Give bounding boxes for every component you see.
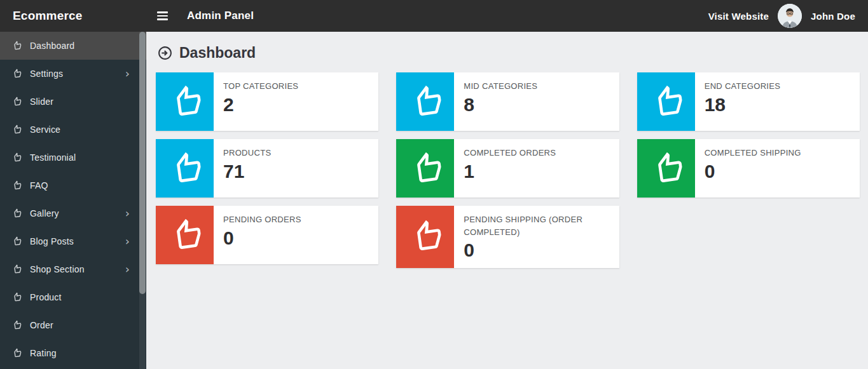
sidebar-item-product[interactable]: Product › xyxy=(0,283,146,311)
thumbs-up-icon xyxy=(11,69,22,79)
chevron-right-icon: › xyxy=(125,264,130,274)
user-photo-icon xyxy=(778,4,802,28)
arrow-circle-right-icon xyxy=(157,45,173,61)
stat-card: COMPLETED SHIPPING 0 xyxy=(637,139,860,198)
sidebar-item-label: Shop Section xyxy=(30,264,125,274)
stat-card: PENDING ORDERS 0 xyxy=(156,206,378,264)
thumbs-up-icon xyxy=(156,72,214,131)
stat-label: COMPLETED ORDERS xyxy=(464,147,609,159)
chevron-right-icon: › xyxy=(125,208,130,218)
stat-card-body: PRODUCTS 71 xyxy=(214,139,378,198)
thumbs-up-icon xyxy=(11,348,22,358)
sidebar-nav: Dashboard › Settings › Slider › Service … xyxy=(0,32,146,367)
stat-value: 1 xyxy=(464,161,609,183)
stat-value: 0 xyxy=(223,227,369,250)
stat-label: PENDING SHIPPING (ORDER COMPLETED) xyxy=(464,213,609,238)
sidebar-item-gallery[interactable]: Gallery › xyxy=(0,199,146,227)
thumbs-up-icon xyxy=(11,124,22,135)
sidebar-item-label: Testimonial xyxy=(30,152,130,163)
admin-panel-title: Admin Panel xyxy=(187,10,254,22)
thumbs-up-icon xyxy=(11,208,22,218)
sidebar-item-order[interactable]: Order › xyxy=(0,311,146,339)
stat-label: PENDING ORDERS xyxy=(223,213,369,226)
brand-logo[interactable]: Ecommerce xyxy=(0,9,146,23)
sidebar-item-blog-posts[interactable]: Blog Posts › xyxy=(0,227,146,255)
thumbs-up-icon xyxy=(11,180,22,191)
sidebar-item-rating[interactable]: Rating › xyxy=(0,339,146,367)
sidebar-item-testimonial[interactable]: Testimonial › xyxy=(0,144,146,171)
thumbs-up-icon xyxy=(156,206,214,264)
menu-toggle-button[interactable] xyxy=(154,8,171,24)
stat-value: 0 xyxy=(464,239,609,262)
thumbs-up-icon xyxy=(156,139,214,198)
stat-value: 2 xyxy=(223,94,369,116)
sidebar-item-label: Settings xyxy=(30,69,125,79)
stat-label: MID CATEGORIES xyxy=(464,80,609,93)
sidebar-item-service[interactable]: Service › xyxy=(0,116,146,144)
stat-card: MID CATEGORIES 8 xyxy=(396,72,619,131)
visit-website-link[interactable]: Visit Website xyxy=(708,11,769,22)
stat-label: COMPLETED SHIPPING xyxy=(705,147,850,159)
thumbs-up-icon xyxy=(11,152,22,163)
stat-card-body: END CATEGORIES 18 xyxy=(695,72,860,131)
stat-card: PRODUCTS 71 xyxy=(156,139,378,198)
thumbs-up-icon xyxy=(396,139,454,198)
user-menu[interactable]: John Doe xyxy=(811,11,855,22)
hamburger-icon xyxy=(157,11,168,20)
main-content: Dashboard TOP CATEGORIES 2 MID CATEGORIE… xyxy=(146,32,868,369)
page-title-text: Dashboard xyxy=(179,44,256,62)
stat-value: 18 xyxy=(705,94,850,116)
user-avatar[interactable] xyxy=(778,4,802,28)
thumbs-up-icon xyxy=(11,97,22,107)
thumbs-up-icon xyxy=(11,236,22,246)
sidebar-item-label: FAQ xyxy=(30,180,130,191)
stat-card-body: COMPLETED ORDERS 1 xyxy=(454,139,619,198)
stat-cards-grid: TOP CATEGORIES 2 MID CATEGORIES 8 END CA… xyxy=(156,72,860,268)
thumbs-up-icon xyxy=(637,139,695,198)
topbar-right: Visit Website John Doe xyxy=(708,4,855,28)
topbar-main: Admin Panel Visit Website xyxy=(146,4,868,28)
chevron-right-icon: › xyxy=(125,69,130,79)
stat-value: 8 xyxy=(464,94,609,116)
thumbs-up-icon xyxy=(11,292,22,302)
sidebar-item-dashboard[interactable]: Dashboard › xyxy=(0,32,146,60)
sidebar-item-settings[interactable]: Settings › xyxy=(0,60,146,88)
sidebar-item-faq[interactable]: FAQ › xyxy=(0,171,146,199)
sidebar-scrollbar xyxy=(139,32,146,369)
stat-label: TOP CATEGORIES xyxy=(223,80,369,93)
sidebar-item-label: Service xyxy=(30,124,130,135)
thumbs-up-icon xyxy=(637,72,695,131)
stat-card: TOP CATEGORIES 2 xyxy=(156,72,378,131)
stat-card: COMPLETED ORDERS 1 xyxy=(396,139,619,198)
scrollbar-thumb[interactable] xyxy=(139,32,146,294)
sidebar-item-label: Blog Posts xyxy=(30,236,125,246)
sidebar-item-label: Product xyxy=(30,292,130,302)
stat-card-body: TOP CATEGORIES 2 xyxy=(214,72,378,131)
stat-card-body: MID CATEGORIES 8 xyxy=(454,72,619,131)
stat-value: 71 xyxy=(223,161,369,183)
stat-card-body: COMPLETED SHIPPING 0 xyxy=(695,139,860,198)
sidebar: Dashboard › Settings › Slider › Service … xyxy=(0,32,146,369)
page-title: Dashboard xyxy=(157,44,860,62)
chevron-right-icon: › xyxy=(125,236,130,246)
sidebar-item-slider[interactable]: Slider › xyxy=(0,88,146,116)
stat-label: END CATEGORIES xyxy=(705,80,850,93)
thumbs-up-icon xyxy=(396,72,454,131)
stat-card-body: PENDING SHIPPING (ORDER COMPLETED) 0 xyxy=(454,206,619,268)
topbar: Ecommerce Admin Panel Visit Website xyxy=(0,0,868,32)
stat-label: PRODUCTS xyxy=(223,147,369,159)
stat-card: END CATEGORIES 18 xyxy=(637,72,860,131)
stat-card: PENDING SHIPPING (ORDER COMPLETED) 0 xyxy=(396,206,619,268)
thumbs-up-icon xyxy=(11,320,22,330)
sidebar-item-label: Order xyxy=(30,320,130,330)
stat-card-body: PENDING ORDERS 0 xyxy=(214,206,378,264)
thumbs-up-icon xyxy=(11,41,22,51)
sidebar-item-label: Dashboard xyxy=(30,41,130,51)
sidebar-item-label: Gallery xyxy=(30,208,125,218)
sidebar-item-label: Slider xyxy=(30,97,130,107)
sidebar-item-label: Rating xyxy=(30,348,130,358)
stat-value: 0 xyxy=(705,161,850,183)
thumbs-up-icon xyxy=(396,206,454,268)
sidebar-item-shop-section[interactable]: Shop Section › xyxy=(0,255,146,283)
thumbs-up-icon xyxy=(11,264,22,274)
